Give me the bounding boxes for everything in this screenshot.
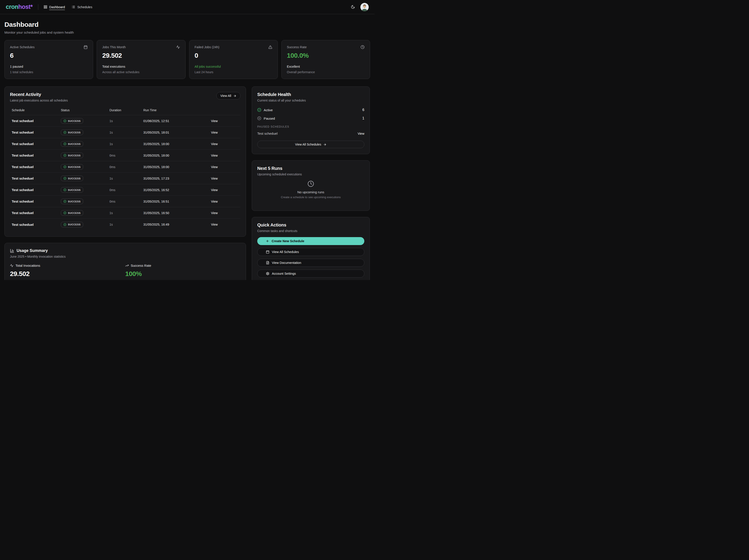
table-row: Test scheduel SUCCESS 0ms 31/05/2025, 16… — [10, 196, 240, 207]
table-row: Test scheduel SUCCESS 0ms 31/05/2025, 18… — [10, 150, 240, 161]
stat-line1: Excellent — [287, 65, 365, 68]
paused-count: 1 — [362, 116, 364, 120]
status-badge: SUCCESS — [61, 141, 83, 147]
view-all-button[interactable]: View All — [216, 92, 240, 100]
paused-schedules-heading: PAUSED SCHEDULES — [257, 125, 364, 128]
duration: 1s — [108, 131, 142, 134]
view-link[interactable]: View — [358, 132, 364, 135]
pause-circle-icon — [257, 116, 261, 120]
table-row: Test scheduel SUCCESS 1s 31/05/2025, 18:… — [10, 127, 240, 138]
run-time: 31/05/2025, 18:00 — [142, 165, 187, 169]
table-header: Schedule Status Duration Run Time — [10, 108, 240, 115]
avatar-image — [360, 3, 369, 11]
duration: 0ms — [108, 188, 142, 192]
check-circle-icon — [63, 177, 66, 180]
arrow-right-icon — [233, 94, 236, 98]
stat-label: Active Schedules — [10, 45, 35, 49]
grid-icon — [44, 5, 47, 9]
check-circle-icon — [63, 200, 66, 203]
stat-label: Success Rate — [287, 45, 306, 49]
stat-card-active-schedules: Active Schedules 6 1 paused 1 total sche… — [4, 40, 93, 79]
view-link[interactable]: View — [187, 223, 240, 226]
create-new-schedule-button[interactable]: Create New Schedule — [257, 237, 364, 245]
account-settings-button[interactable]: Account Settings — [257, 270, 364, 278]
run-time: 31/05/2025, 16:52 — [142, 188, 187, 192]
view-link[interactable]: View — [187, 119, 240, 123]
check-circle-icon — [63, 223, 66, 226]
view-link[interactable]: View — [187, 200, 240, 203]
brand-logo-primary: cron — [6, 3, 18, 10]
empty-state: No upcoming runs Create a schedule to se… — [257, 180, 364, 199]
view-link[interactable]: View — [187, 154, 240, 157]
paused-schedule-name: Test scheduel — [257, 132, 278, 135]
schedule-name: Test scheduel — [10, 211, 59, 215]
schedule-name: Test scheduel — [10, 176, 59, 180]
status-badge: SUCCESS — [61, 176, 83, 181]
arrow-right-icon — [323, 143, 326, 146]
success-rate-metric: Success Rate 100% — [125, 264, 240, 278]
schedule-name: Test scheduel — [10, 165, 59, 169]
run-time: 31/05/2025, 16:49 — [142, 223, 187, 226]
view-link[interactable]: View — [187, 131, 240, 134]
brand-logo[interactable]: cronhost* — [6, 4, 33, 10]
content-row: Recent Activity Latest job executions ac… — [4, 86, 370, 280]
stat-value: 29.502 — [102, 52, 180, 59]
button-label: View All Schedules — [295, 143, 321, 146]
run-time: 01/06/2025, 12:51 — [142, 119, 187, 123]
primary-nav: Dashboard Schedules — [44, 5, 92, 9]
page-title: Dashboard — [4, 21, 370, 28]
duration: 1s — [108, 142, 142, 146]
run-time: 31/05/2025, 17:23 — [142, 177, 187, 180]
stat-cards: Active Schedules 6 1 paused 1 total sche… — [4, 40, 370, 79]
check-circle-icon — [63, 211, 66, 214]
schedule-name: Test scheduel — [10, 188, 59, 192]
view-link[interactable]: View — [187, 177, 240, 180]
stat-line2: Last 24 hours — [195, 70, 272, 74]
panel-subtitle: June 2025 • Monthly invocation statistic… — [10, 255, 240, 258]
column-header-duration: Duration — [108, 108, 142, 112]
column-header-schedule: Schedule — [10, 108, 59, 112]
stat-card-success-rate: Success Rate 100.0% Excellent Overall pe… — [281, 40, 370, 79]
view-link[interactable]: View — [187, 165, 240, 169]
view-all-schedules-button[interactable]: View All Schedules — [257, 141, 364, 148]
stat-label: Failed Jobs (24h) — [195, 45, 219, 49]
theme-toggle-button[interactable] — [351, 5, 355, 9]
view-documentation-button[interactable]: View Documentation — [257, 259, 364, 267]
empty-state-caption: Create a schedule to see upcoming execut… — [281, 195, 341, 199]
run-time: 31/05/2025, 16:50 — [142, 211, 187, 215]
check-circle-icon — [63, 189, 66, 191]
top-nav: cronhost* Dashboard Schedules — [0, 0, 374, 14]
column-header-run-time: Run Time — [142, 108, 187, 112]
status-badge: SUCCESS — [61, 210, 83, 216]
metric-label: Success Rate — [131, 264, 151, 267]
next-runs-panel: Next 5 Runs Upcoming scheduled execution… — [252, 160, 370, 211]
table-row: Test scheduel SUCCESS 1s 31/05/2025, 17:… — [10, 173, 240, 184]
status-badge: SUCCESS — [61, 199, 83, 204]
table-row: Test scheduel SUCCESS 1s 31/05/2025, 18:… — [10, 138, 240, 150]
table-row: Test scheduel SUCCESS 1s 31/05/2025, 16:… — [10, 219, 240, 230]
status-badge: SUCCESS — [61, 153, 83, 158]
view-all-schedules-button[interactable]: View All Schedules — [257, 248, 364, 256]
nav-item-dashboard[interactable]: Dashboard — [44, 5, 65, 9]
gear-icon — [266, 272, 270, 275]
panel-title: Next 5 Runs — [257, 166, 364, 171]
button-label: View All Schedules — [272, 250, 299, 254]
user-avatar[interactable] — [360, 3, 369, 11]
view-link[interactable]: View — [187, 188, 240, 192]
duration: 1s — [108, 119, 142, 123]
stat-line1: 1 paused — [10, 65, 88, 68]
panel-subtitle: Upcoming scheduled executions — [257, 173, 364, 176]
panel-title: Usage Summary — [17, 249, 48, 253]
nav-item-schedules[interactable]: Schedules — [71, 5, 92, 9]
calendar-icon — [84, 45, 88, 49]
panel-title: Recent Activity — [10, 92, 68, 97]
metric-label: Total Invocations — [16, 264, 40, 267]
calendar-icon — [266, 250, 270, 254]
bar-chart-icon — [10, 249, 14, 253]
column-header-status: Status — [59, 108, 108, 112]
schedule-name: Test scheduel — [10, 130, 59, 134]
view-link[interactable]: View — [187, 211, 240, 215]
button-label: View Documentation — [272, 261, 301, 264]
view-link[interactable]: View — [187, 142, 240, 146]
table-row: Test scheduel SUCCESS 1s 01/06/2025, 12:… — [10, 115, 240, 127]
